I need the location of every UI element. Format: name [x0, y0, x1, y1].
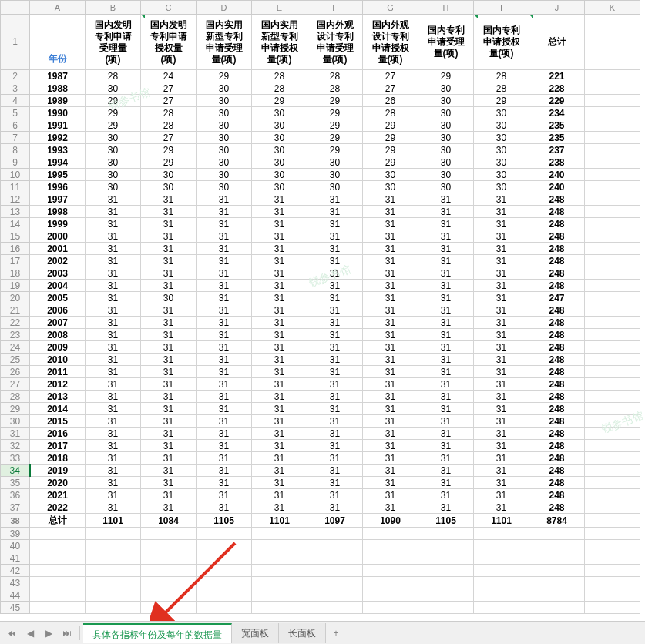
data-cell[interactable]: 29 [418, 70, 474, 82]
cell[interactable] [585, 528, 640, 540]
data-cell[interactable]: 31 [86, 440, 141, 452]
data-cell[interactable]: 30 [252, 181, 307, 193]
cell[interactable] [529, 552, 585, 565]
data-cell[interactable]: 248 [529, 378, 585, 391]
data-cell[interactable]: 31 [363, 267, 418, 280]
data-cell[interactable]: 31 [197, 267, 252, 280]
data-cell[interactable]: 31 [474, 465, 529, 477]
data-cell[interactable]: 31 [474, 193, 529, 206]
data-cell[interactable]: 29 [197, 70, 252, 82]
cell[interactable] [30, 589, 86, 602]
cell[interactable] [585, 440, 640, 452]
data-cell[interactable]: 248 [529, 317, 585, 329]
data-cell[interactable]: 30 [474, 132, 529, 144]
data-cell[interactable]: 248 [529, 452, 585, 465]
cell[interactable] [585, 218, 640, 230]
data-cell[interactable]: 31 [363, 243, 418, 255]
col-header-cell[interactable]: 国内专利 申请受理 量(项) [418, 15, 474, 70]
totals-cell[interactable]: 1097 [307, 514, 363, 528]
data-cell[interactable]: 248 [529, 477, 585, 489]
row-header[interactable]: 41 [1, 552, 30, 565]
row-header[interactable]: 18 [1, 267, 30, 280]
data-cell[interactable]: 31 [86, 280, 141, 292]
data-cell[interactable]: 31 [363, 193, 418, 206]
data-cell[interactable]: 248 [529, 304, 585, 317]
data-cell[interactable]: 31 [141, 354, 197, 366]
data-cell[interactable]: 31 [86, 329, 141, 341]
cell[interactable] [307, 540, 363, 552]
cell[interactable] [197, 528, 252, 540]
cell[interactable] [585, 552, 640, 565]
row-header[interactable]: 31 [1, 428, 30, 440]
year-cell[interactable]: 2014 [30, 403, 86, 415]
data-cell[interactable]: 248 [529, 440, 585, 452]
data-cell[interactable]: 31 [86, 255, 141, 267]
data-cell[interactable]: 31 [363, 280, 418, 292]
data-cell[interactable]: 30 [474, 181, 529, 193]
data-cell[interactable]: 248 [529, 193, 585, 206]
cell[interactable] [363, 577, 418, 589]
data-cell[interactable]: 31 [141, 280, 197, 292]
data-cell[interactable]: 31 [363, 403, 418, 415]
year-cell[interactable]: 2010 [30, 354, 86, 366]
data-cell[interactable]: 31 [197, 366, 252, 378]
cell[interactable] [307, 528, 363, 540]
year-cell[interactable]: 1987 [30, 70, 86, 82]
totals-cell[interactable]: 1105 [197, 514, 252, 528]
data-cell[interactable]: 248 [529, 255, 585, 267]
data-cell[interactable]: 31 [197, 206, 252, 218]
year-cell[interactable]: 2002 [30, 255, 86, 267]
data-cell[interactable]: 31 [197, 255, 252, 267]
data-cell[interactable]: 24 [141, 70, 197, 82]
data-cell[interactable]: 30 [86, 82, 141, 95]
cell[interactable] [585, 403, 640, 415]
year-cell[interactable]: 1989 [30, 95, 86, 107]
data-cell[interactable]: 30 [197, 169, 252, 181]
data-cell[interactable]: 30 [474, 156, 529, 169]
data-cell[interactable]: 31 [307, 465, 363, 477]
cell[interactable] [141, 528, 197, 540]
data-cell[interactable]: 248 [529, 243, 585, 255]
cell[interactable] [529, 540, 585, 552]
data-cell[interactable]: 31 [252, 304, 307, 317]
data-cell[interactable]: 31 [363, 329, 418, 341]
cell[interactable] [30, 528, 86, 540]
col-header[interactable]: C [141, 1, 197, 15]
data-cell[interactable]: 235 [529, 119, 585, 132]
data-cell[interactable]: 31 [363, 489, 418, 501]
col-header-cell[interactable]: 总计 [529, 15, 585, 70]
data-cell[interactable]: 31 [363, 428, 418, 440]
data-cell[interactable]: 31 [141, 465, 197, 477]
cell[interactable] [585, 378, 640, 391]
corner-cell[interactable] [1, 1, 30, 15]
col-header-cell[interactable]: 国内实用 新型专利 申请受理 量(项) [197, 15, 252, 70]
data-cell[interactable]: 31 [363, 452, 418, 465]
data-cell[interactable]: 29 [307, 132, 363, 144]
data-cell[interactable]: 31 [474, 501, 529, 514]
cell[interactable] [418, 540, 474, 552]
cell[interactable] [585, 70, 640, 82]
data-cell[interactable]: 30 [418, 144, 474, 156]
data-cell[interactable]: 31 [197, 329, 252, 341]
data-cell[interactable]: 31 [474, 317, 529, 329]
data-cell[interactable]: 31 [197, 465, 252, 477]
data-cell[interactable]: 30 [474, 144, 529, 156]
cell[interactable] [474, 528, 529, 540]
data-cell[interactable]: 248 [529, 230, 585, 243]
data-cell[interactable]: 28 [141, 119, 197, 132]
cell[interactable] [141, 577, 197, 589]
data-cell[interactable]: 30 [141, 181, 197, 193]
data-cell[interactable]: 248 [529, 280, 585, 292]
data-cell[interactable]: 26 [363, 95, 418, 107]
col-header[interactable]: A [30, 1, 86, 15]
data-cell[interactable]: 31 [86, 403, 141, 415]
year-cell[interactable]: 2015 [30, 415, 86, 428]
data-cell[interactable]: 31 [252, 440, 307, 452]
data-cell[interactable]: 30 [252, 156, 307, 169]
year-cell[interactable]: 2021 [30, 489, 86, 501]
data-cell[interactable]: 31 [86, 378, 141, 391]
cell[interactable] [585, 119, 640, 132]
cell[interactable] [363, 540, 418, 552]
cell[interactable] [363, 552, 418, 565]
data-cell[interactable]: 31 [307, 230, 363, 243]
